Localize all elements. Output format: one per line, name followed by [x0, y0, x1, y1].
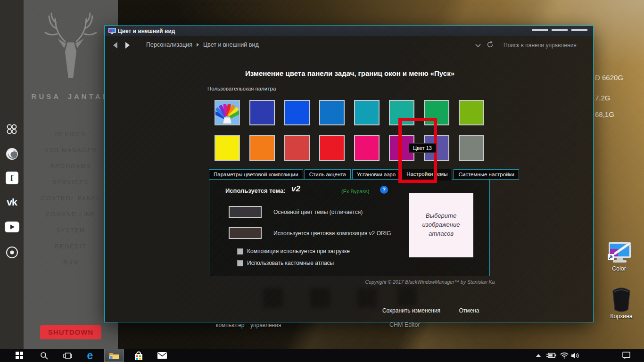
store-icon[interactable] [132, 349, 145, 362]
sysinfo-ram: 7.2G [595, 94, 611, 102]
recycle-bin-icon [611, 287, 632, 313]
checkbox-custom-atlases-label: Использовать кастомные атласы [247, 260, 334, 266]
close-button[interactable] [571, 29, 587, 31]
vk-icon[interactable]: vk [0, 197, 24, 208]
sidebar-panel: RUSA JANTAN DEVICES HDD MANAGER PROGRAMS… [24, 0, 118, 349]
theme-used-label: Используется тема: [225, 187, 286, 194]
palette-swatch-custom[interactable] [215, 100, 240, 125]
volume-icon[interactable] [570, 349, 581, 362]
sidebar-item-run[interactable]: RUN [24, 259, 118, 266]
palette-swatch[interactable] [284, 100, 310, 125]
ghost-icon [397, 286, 417, 306]
chevron-down-icon[interactable] [475, 44, 481, 48]
tab-bar: Параметры цветовой композиции Стиль акце… [209, 169, 519, 180]
task-view-icon[interactable] [61, 349, 74, 362]
ghost-label-chm-editor[interactable]: CHM Editor [389, 321, 420, 328]
palette-swatch[interactable] [459, 100, 484, 125]
cancel-button[interactable]: Отмена [453, 307, 486, 314]
refresh-icon[interactable] [487, 41, 494, 48]
apps-grid-icon[interactable] [0, 123, 24, 135]
sidebar-item-system[interactable]: SYSTEM [24, 227, 118, 234]
atlas-image-picker[interactable]: Выберите изображение атласов [408, 192, 474, 258]
checkbox-composition-on-boot[interactable] [237, 248, 243, 255]
palette-swatch[interactable] [319, 100, 345, 125]
desktop-icon-label: Корзина [605, 313, 638, 320]
palette-swatch[interactable] [459, 135, 484, 161]
color-appearance-window: Цвет и внешний вид Персонализация Цвет и… [105, 26, 593, 322]
theme-value: v2 [291, 184, 300, 194]
window-title-icon [108, 28, 116, 34]
sysinfo-disk: 68,1G [595, 110, 614, 118]
help-icon[interactable]: ? [380, 186, 388, 194]
maximize-button[interactable] [552, 29, 568, 31]
back-arrow-icon[interactable] [113, 42, 117, 49]
firefox-icon[interactable] [0, 148, 24, 160]
palette-label: Пользовательская палитра [207, 86, 276, 91]
battery-icon[interactable] [545, 349, 557, 362]
palette-swatch[interactable] [249, 135, 275, 161]
file-explorer-icon[interactable] [104, 349, 124, 362]
palette-swatch[interactable] [354, 100, 380, 125]
mail-icon[interactable] [156, 349, 168, 362]
tab-aero-settings[interactable]: Установки аэро [352, 169, 400, 180]
palette-swatch[interactable] [215, 135, 240, 161]
theme-composition-color-box[interactable] [229, 227, 262, 239]
control-panel-search-input[interactable]: Поиск в панели управления [504, 42, 577, 49]
breadcrumb-color-appearance[interactable]: Цвет и внешний вид [203, 41, 259, 48]
sidebar-item-comand-line[interactable]: COMAND LINE [24, 211, 118, 218]
sidebar-item-control-panel[interactable]: CONTROL PANEL [24, 195, 118, 202]
deer-logo-icon [33, 8, 108, 89]
search-icon[interactable] [38, 349, 50, 362]
breadcrumb-separator-icon [197, 43, 199, 47]
facebook-icon[interactable]: f [0, 172, 24, 184]
tab-system-settings[interactable]: Системные настройки [454, 169, 519, 180]
desktop: D 6620G 7.2G 68,1G Color Корзина компьют… [0, 0, 644, 362]
ghost-icon [263, 288, 283, 308]
desktop-icon-label: Color [604, 265, 634, 272]
palette-swatch[interactable] [319, 135, 345, 161]
forward-arrow-icon[interactable] [125, 42, 130, 49]
desktop-icon-color[interactable]: Color [605, 241, 633, 267]
minimize-button[interactable] [532, 29, 548, 31]
theme-main-color-label: Основной цвет темы (отличается) [273, 209, 363, 215]
sidebar-item-devices[interactable]: DEVICES [24, 131, 118, 138]
brand-title: RUSA JANTAN [24, 92, 118, 100]
theme-note: (Ex Bypass) [341, 189, 369, 194]
atlas-placeholder: Выберите изображение атласов [415, 212, 467, 239]
color-fan-icon [215, 101, 239, 124]
windows-start-icon[interactable] [13, 349, 25, 362]
sidebar-item-hdd-manager[interactable]: HDD MANAGER [24, 147, 118, 154]
window-titlebar[interactable]: Цвет и внешний вид [105, 26, 593, 36]
palette-swatch[interactable] [284, 135, 310, 161]
dock: f vk [0, 0, 24, 349]
taskbar: e net 0.0 B/s | ↑ 47°C [0, 349, 644, 362]
tab-accent-style[interactable]: Стиль акцента [305, 169, 351, 180]
sidebar-item-services[interactable]: SERVICES [24, 179, 118, 186]
theme-main-color-box[interactable] [229, 206, 262, 218]
tab-composition-params[interactable]: Параметры цветовой композиции [209, 169, 303, 180]
checkbox-composition-on-boot-label: Композиция используется при загрузке [247, 248, 350, 255]
theme-composition-label: Используется цветовая композиция v2 ORIG [273, 230, 391, 237]
breadcrumb-personalization[interactable]: Персонализация [146, 41, 192, 48]
checkbox-custom-atlases[interactable] [237, 260, 243, 266]
palette-swatch[interactable] [249, 100, 275, 125]
ghost-label-computer[interactable]: компьютер [216, 322, 245, 329]
breadcrumb: Персонализация Цвет и внешний вид [146, 41, 259, 48]
action-center-icon[interactable] [620, 349, 632, 362]
chevron-up-icon[interactable] [534, 349, 543, 362]
palette-swatch[interactable] [354, 135, 380, 161]
wifi-icon[interactable] [559, 349, 570, 362]
youtube-icon[interactable] [0, 222, 24, 232]
color-app-icon [605, 241, 633, 265]
sidebar-item-programs[interactable]: PROGRAMS [24, 163, 118, 170]
desktop-icon-recycle-bin[interactable]: Корзина [611, 287, 632, 315]
sidebar-item-regedit[interactable]: REGEDIT [24, 243, 118, 250]
window-title: Цвет и внешний вид [118, 28, 175, 34]
color-tooltip: Цвет 13 [409, 143, 436, 153]
copyright-text: Copyright © 2017 BlackWindowManager™ by … [331, 279, 529, 285]
save-changes-button[interactable]: Сохранить изменения [382, 307, 441, 314]
edge-icon[interactable]: e [84, 349, 96, 362]
ghost-label-control[interactable]: управления [250, 322, 281, 329]
shutdown-button[interactable]: SHUTDOWN [40, 325, 101, 339]
record-icon[interactable] [0, 246, 24, 259]
